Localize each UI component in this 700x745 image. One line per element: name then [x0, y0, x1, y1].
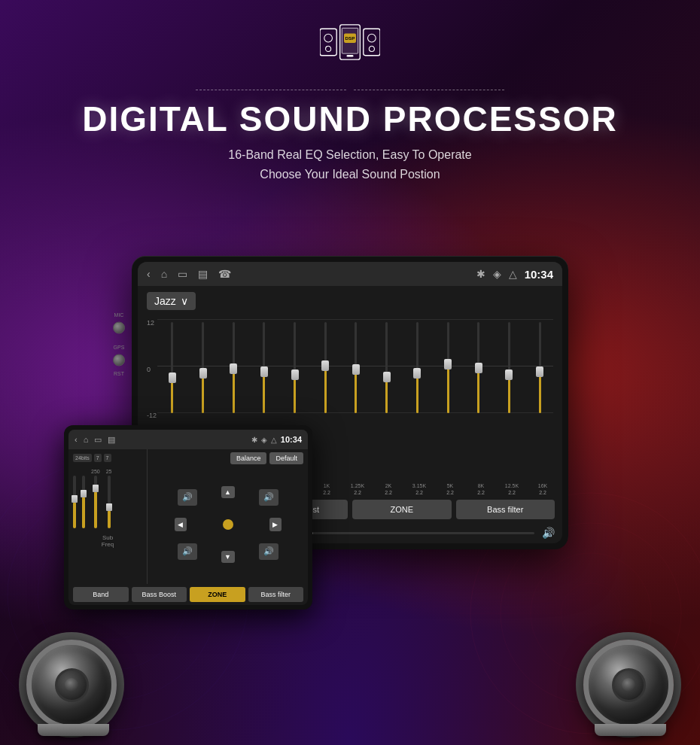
phone-button[interactable]: ☎ [218, 268, 231, 280]
mode-label: Jazz [154, 295, 176, 307]
arrow-up-button[interactable]: ▲ [221, 486, 235, 498]
overlay-window-btn[interactable]: ▭ [94, 435, 102, 445]
arrow-left-button[interactable]: ◀ [175, 518, 187, 531]
mini-slider-1[interactable] [73, 476, 76, 528]
overlay-zone-button[interactable]: ZONE [190, 587, 245, 602]
overlay-time: 10:34 [281, 435, 302, 444]
slider-fill-8 [385, 380, 388, 413]
mini-slider-3[interactable]: 250 [91, 469, 100, 528]
db-6: 2.2 [313, 490, 340, 495]
slider-thumb-6[interactable] [321, 360, 329, 371]
mini-thumb-4[interactable] [106, 503, 112, 511]
overlay-bass-boost-button[interactable]: Bass Boost [132, 587, 187, 602]
slider-col-8[interactable] [373, 322, 400, 413]
slider-thumb-12[interactable] [505, 369, 513, 380]
speaker-tl-icon: 🔊 [178, 489, 197, 506]
overlay-band-button[interactable]: Band [73, 587, 129, 602]
freq-2k: 2K [375, 483, 402, 488]
slider-thumb-3[interactable] [230, 363, 237, 374]
freq-5k: 5K [437, 483, 464, 488]
speaker-left-dust-cap [65, 678, 78, 692]
eq-topbar-right: ✱ ◈ △ 10:34 [476, 268, 553, 281]
speaker-left-base [38, 724, 109, 736]
mini-fill-1 [73, 502, 76, 528]
speakers-row [0, 625, 700, 730]
slider-track-12 [508, 322, 510, 413]
gps-knob[interactable] [113, 354, 125, 366]
overlay-action-buttons: Balance Default [152, 452, 303, 464]
slider-col-9[interactable] [404, 322, 431, 413]
dsp-icon: DSP [320, 23, 380, 68]
db-13: 2.2 [529, 490, 556, 495]
slider-col-6[interactable] [312, 322, 339, 413]
subtitle-line2: Choose Your Ideal Sound Postion [260, 168, 440, 181]
window-button[interactable]: ▭ [178, 268, 187, 280]
freq-8k: 8K [467, 483, 495, 488]
slider-thumb-2[interactable] [199, 368, 207, 379]
slider-thumb-11[interactable] [475, 363, 482, 373]
home-button[interactable]: ⌂ [161, 268, 167, 280]
svg-text:DSP: DSP [345, 35, 355, 41]
slider-thumb-9[interactable] [413, 368, 421, 379]
overlay-screen: ‹ ⌂ ▭ ▤ ✱ ◈ △ 10:34 [68, 430, 308, 605]
slider-col-5[interactable] [282, 322, 309, 413]
mini-slider-2[interactable] [82, 476, 85, 528]
volume-up-icon[interactable]: 🔊 [542, 527, 555, 539]
mode-dropdown[interactable]: Jazz ∨ [147, 292, 196, 310]
image-button[interactable]: ▤ [198, 268, 208, 280]
mic-knob[interactable] [113, 322, 125, 334]
overlay-topbar: ‹ ⌂ ▭ ▤ ✱ ◈ △ 10:34 [68, 430, 308, 449]
slider-col-4[interactable] [251, 322, 278, 413]
top-section: DSP DIGITAL SOUND PROCESSOR 16-Band Real… [0, 0, 700, 184]
slider-col-2[interactable] [190, 322, 217, 413]
overlay-home-btn[interactable]: ⌂ [84, 435, 89, 444]
balance-action-button[interactable]: Balance [230, 452, 267, 464]
back-button[interactable]: ‹ [147, 268, 151, 280]
overlay-topbar-left: ‹ ⌂ ▭ ▤ [75, 435, 115, 445]
bluetooth-icon: ✱ [476, 268, 485, 280]
slider-col-1[interactable] [159, 322, 186, 413]
slider-col-11[interactable] [465, 322, 492, 413]
db-10: 2.2 [437, 490, 464, 495]
mini-thumb-3[interactable] [93, 485, 99, 492]
overlay-image-btn[interactable]: ▤ [108, 435, 115, 445]
slider-track-4 [263, 322, 265, 413]
arrow-right-button[interactable]: ▶ [269, 518, 282, 531]
mini-track-2 [82, 476, 85, 528]
slider-thumb-13[interactable] [536, 366, 543, 377]
overlay-back-btn[interactable]: ‹ [75, 435, 78, 444]
slider-col-12[interactable] [496, 322, 523, 413]
slider-thumb-1[interactable] [169, 372, 176, 383]
overlay-bass-filter-button[interactable]: Bass filter [248, 587, 304, 602]
slider-col-10[interactable] [434, 322, 461, 413]
mini-thumb-1[interactable] [72, 495, 78, 503]
devices-wrapper: MIC GPS RST ‹ ⌂ ▭ ▤ [64, 256, 636, 632]
slider-thumb-4[interactable] [260, 366, 268, 377]
default-action-button[interactable]: Default [269, 452, 303, 464]
slider-thumb-10[interactable] [444, 359, 452, 369]
speaker-left-cone [55, 668, 89, 702]
slider-col-7[interactable] [342, 322, 370, 413]
eq-topbar: ‹ ⌂ ▭ ▤ ☎ ✱ ◈ △ 10:34 [138, 262, 562, 286]
freq-3-15k: 3.15K [406, 483, 433, 488]
db-12: 2.2 [498, 490, 525, 495]
main-time: 10:34 [525, 268, 553, 281]
mini-label-25: 25 [106, 469, 112, 474]
mini-fill-2 [82, 497, 85, 528]
overlay-left-panel: 24bits 7 7 [68, 449, 148, 584]
mini-thumb-2[interactable] [81, 490, 87, 497]
slider-col-13[interactable] [526, 322, 553, 413]
mini-sliders-group: 250 25 [73, 468, 142, 528]
slider-fill-4 [263, 375, 265, 413]
mini-label-250: 250 [91, 469, 100, 474]
content-layer: DSP DIGITAL SOUND PROCESSOR 16-Band Real… [0, 0, 700, 745]
arrow-down-button[interactable]: ▼ [221, 551, 235, 563]
slider-col-3[interactable] [220, 322, 247, 413]
slider-thumb-7[interactable] [352, 364, 360, 375]
svg-rect-19 [347, 55, 354, 57]
zone-button[interactable]: ZONE [352, 500, 452, 519]
slider-thumb-8[interactable] [383, 372, 391, 382]
bass-filter-button[interactable]: Bass filter [456, 500, 555, 519]
slider-thumb-5[interactable] [291, 369, 299, 380]
mini-slider-4[interactable]: 25 [106, 469, 112, 528]
